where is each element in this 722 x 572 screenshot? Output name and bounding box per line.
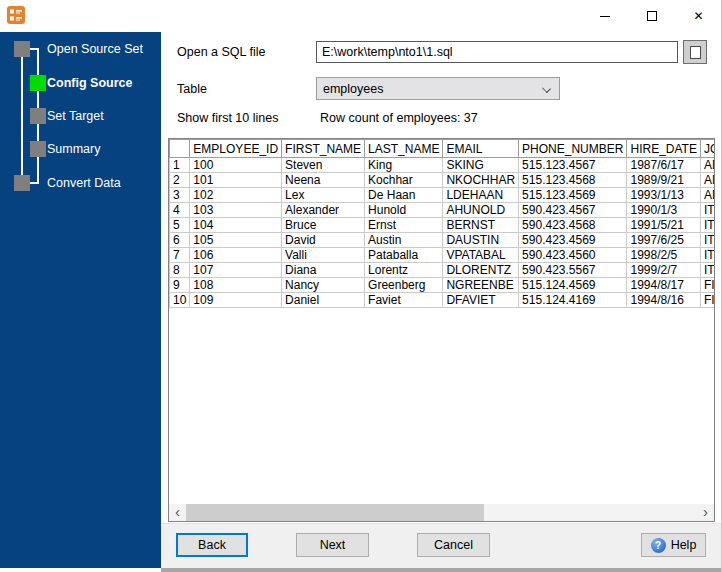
table-cell[interactable]: 1991/5/21	[627, 218, 700, 233]
sql-file-input[interactable]	[316, 41, 678, 63]
table-cell[interactable]: 590.423.4567	[519, 203, 627, 218]
table-cell[interactable]: NGREENBE	[443, 278, 519, 293]
table-cell[interactable]: Faviet	[365, 293, 443, 308]
column-header[interactable]: EMAIL	[443, 140, 519, 158]
table-cell[interactable]: De Haan	[365, 188, 443, 203]
table-cell[interactable]: 107	[190, 263, 282, 278]
maximize-icon[interactable]	[628, 0, 675, 32]
minimize-icon[interactable]	[581, 0, 628, 32]
table-cell[interactable]: VPATABAL	[443, 248, 519, 263]
scrollbar-thumb[interactable]	[186, 504, 484, 521]
row-number-cell[interactable]: 1	[170, 158, 190, 173]
table-cell[interactable]: IT_PROG	[700, 218, 715, 233]
table-cell[interactable]: 108	[190, 278, 282, 293]
row-number-cell[interactable]: 4	[170, 203, 190, 218]
cancel-button[interactable]: Cancel	[417, 533, 490, 557]
table-cell[interactable]: FI_MGR	[700, 278, 715, 293]
column-header[interactable]: JOB_ID	[700, 140, 715, 158]
table-cell[interactable]: 103	[190, 203, 282, 218]
table-cell[interactable]: 1994/8/16	[627, 293, 700, 308]
table-cell[interactable]: 1989/9/21	[627, 173, 700, 188]
table-cell[interactable]: 515.124.4569	[519, 278, 627, 293]
table-cell[interactable]: 1998/2/5	[627, 248, 700, 263]
table-cell[interactable]: 1993/1/13	[627, 188, 700, 203]
row-number-cell[interactable]: 5	[170, 218, 190, 233]
table-cell[interactable]: 104	[190, 218, 282, 233]
column-header[interactable]: EMPLOYEE_ID	[190, 140, 282, 158]
table-cell[interactable]: 105	[190, 233, 282, 248]
table-cell[interactable]: 1990/1/3	[627, 203, 700, 218]
row-number-cell[interactable]: 2	[170, 173, 190, 188]
table-cell[interactable]: BERNST	[443, 218, 519, 233]
next-button[interactable]: Next	[296, 533, 369, 557]
table-cell[interactable]: 590.423.4568	[519, 218, 627, 233]
table-cell[interactable]: 102	[190, 188, 282, 203]
column-header[interactable]: PHONE_NUMBER	[519, 140, 627, 158]
column-header[interactable]: FIRST_NAME	[282, 140, 365, 158]
table-cell[interactable]: AD_PRES	[700, 158, 715, 173]
column-header[interactable]: HIRE_DATE	[627, 140, 700, 158]
table-cell[interactable]: Lorentz	[365, 263, 443, 278]
table-cell[interactable]: DLORENTZ	[443, 263, 519, 278]
table-cell[interactable]: Nancy	[282, 278, 365, 293]
table-cell[interactable]: IT_PROG	[700, 248, 715, 263]
table-cell[interactable]: 106	[190, 248, 282, 263]
table-cell[interactable]: Bruce	[282, 218, 365, 233]
scroll-right-icon[interactable]: ›	[697, 504, 714, 521]
table-cell[interactable]: 109	[190, 293, 282, 308]
table-cell[interactable]: NKOCHHAR	[443, 173, 519, 188]
table-cell[interactable]: Neena	[282, 173, 365, 188]
table-cell[interactable]: 1997/6/25	[627, 233, 700, 248]
table-cell[interactable]: AD_VP	[700, 188, 715, 203]
table-cell[interactable]: 515.124.4169	[519, 293, 627, 308]
column-header[interactable]: LAST_NAME	[365, 140, 443, 158]
browse-button[interactable]	[683, 40, 707, 64]
table-select[interactable]: employees	[316, 77, 560, 100]
table-cell[interactable]: Pataballa	[365, 248, 443, 263]
table-cell[interactable]: Alexander	[282, 203, 365, 218]
row-number-header[interactable]	[170, 140, 190, 158]
table-cell[interactable]: IT_PROG	[700, 233, 715, 248]
table-cell[interactable]: 1987/6/17	[627, 158, 700, 173]
table-cell[interactable]: IT_PROG	[700, 203, 715, 218]
close-icon[interactable]: ✕	[675, 0, 722, 32]
table-cell[interactable]: 101	[190, 173, 282, 188]
table-cell[interactable]: 590.423.5567	[519, 263, 627, 278]
table-cell[interactable]: Kochhar	[365, 173, 443, 188]
table-cell[interactable]: Ernst	[365, 218, 443, 233]
row-number-cell[interactable]: 9	[170, 278, 190, 293]
horizontal-scrollbar[interactable]: ‹ ›	[169, 504, 714, 521]
back-button[interactable]: Back	[176, 533, 248, 557]
table-cell[interactable]: David	[282, 233, 365, 248]
table-cell[interactable]: King	[365, 158, 443, 173]
table-cell[interactable]: DFAVIET	[443, 293, 519, 308]
table-cell[interactable]: SKING	[443, 158, 519, 173]
table-cell[interactable]: AD_VP	[700, 173, 715, 188]
table-cell[interactable]: Diana	[282, 263, 365, 278]
table-cell[interactable]: 515.123.4569	[519, 188, 627, 203]
table-cell[interactable]: 590.423.4560	[519, 248, 627, 263]
table-cell[interactable]: 515.123.4568	[519, 173, 627, 188]
table-cell[interactable]: Daniel	[282, 293, 365, 308]
table-cell[interactable]: 515.123.4567	[519, 158, 627, 173]
table-cell[interactable]: LDEHAAN	[443, 188, 519, 203]
table-cell[interactable]: Lex	[282, 188, 365, 203]
row-number-cell[interactable]: 7	[170, 248, 190, 263]
table-cell[interactable]: IT_PROG	[700, 263, 715, 278]
help-button[interactable]: ? Help	[641, 533, 706, 557]
table-cell[interactable]: 1994/8/17	[627, 278, 700, 293]
row-number-cell[interactable]: 10	[170, 293, 190, 308]
table-cell[interactable]: 100	[190, 158, 282, 173]
scroll-left-icon[interactable]: ‹	[169, 504, 186, 521]
row-number-cell[interactable]: 8	[170, 263, 190, 278]
table-cell[interactable]: Austin	[365, 233, 443, 248]
table-cell[interactable]: DAUSTIN	[443, 233, 519, 248]
table-cell[interactable]: 590.423.4569	[519, 233, 627, 248]
row-number-cell[interactable]: 6	[170, 233, 190, 248]
table-cell[interactable]: AHUNOLD	[443, 203, 519, 218]
table-cell[interactable]: Valli	[282, 248, 365, 263]
table-cell[interactable]: FI_ACCOUNT	[700, 293, 715, 308]
table-cell[interactable]: Steven	[282, 158, 365, 173]
table-cell[interactable]: 1999/2/7	[627, 263, 700, 278]
table-cell[interactable]: Hunold	[365, 203, 443, 218]
